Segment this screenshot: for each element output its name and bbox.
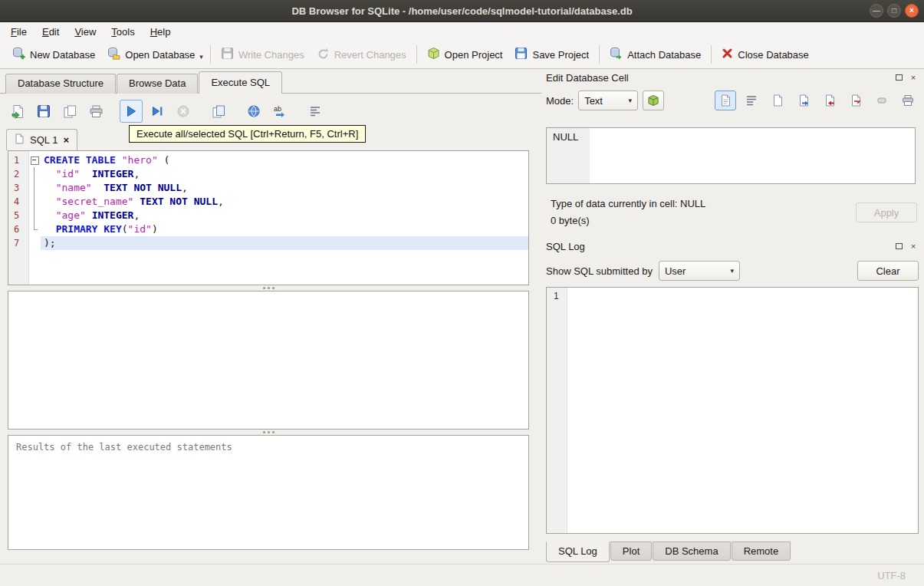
fold-margin: [28, 222, 41, 236]
line-number: 1: [8, 153, 28, 167]
tab-browse-data[interactable]: Browse Data: [117, 74, 198, 94]
code-line-2[interactable]: 2 "id" INTEGER,: [8, 167, 528, 181]
log-line-number: 1: [547, 290, 567, 303]
attach-database-button[interactable]: Attach Database: [603, 43, 707, 66]
cell-editor[interactable]: NULL: [546, 127, 916, 184]
status-bar: UTF-8: [0, 564, 924, 586]
sql-log-title: SQL Log: [546, 241, 889, 252]
toolbar-separator: [599, 45, 600, 64]
tooltip: Execute all/selected SQL [Ctrl+Return, F…: [129, 125, 366, 143]
export-cell-button[interactable]: [793, 91, 814, 110]
save-sql-as-button[interactable]: [58, 100, 81, 123]
results-message-area[interactable]: Results of the last executed statements: [8, 435, 529, 550]
sql-log-filter-value: User: [665, 265, 723, 277]
close-dock-icon[interactable]: ×: [908, 241, 919, 252]
close-database-button[interactable]: Close Database: [715, 44, 815, 65]
open-sql-file-button[interactable]: [6, 100, 29, 123]
fold-margin: [28, 209, 41, 222]
tab-remote[interactable]: Remote: [732, 542, 791, 561]
text-view-button[interactable]: [715, 91, 736, 110]
maximize-button[interactable]: □: [887, 4, 901, 18]
sql-log-area[interactable]: 1: [546, 287, 919, 534]
close-database-label: Close Database: [738, 49, 809, 61]
sql-log-filter-row: Show SQL submitted by User ▾ Clear: [546, 259, 919, 282]
toolbar-separator: [416, 45, 417, 64]
open-database-dropdown-icon[interactable]: ▾: [199, 47, 206, 62]
open-database-label: Open Database: [125, 49, 195, 61]
sql-editor-tab[interactable]: SQL 1 ×: [6, 129, 77, 150]
open-remote-button[interactable]: [242, 100, 265, 123]
close-tab-icon[interactable]: ×: [63, 134, 69, 146]
app-window: DB Browser for SQLite - /home/user/code/…: [0, 0, 924, 586]
cell-size-info: 0 byte(s): [551, 215, 590, 226]
menu-edit[interactable]: Edit: [35, 24, 67, 40]
save-project-button[interactable]: Save Project: [508, 43, 595, 66]
fold-toggle-icon[interactable]: [28, 153, 41, 167]
menu-tools[interactable]: Tools: [104, 24, 142, 40]
sql-tab-label: SQL 1: [30, 134, 58, 146]
import-cell-button[interactable]: [819, 91, 840, 110]
tab-execute-sql[interactable]: Execute SQL: [199, 71, 282, 94]
open-database-button[interactable]: Open Database: [101, 43, 201, 66]
word-wrap-button[interactable]: [741, 91, 762, 110]
close-dock-icon[interactable]: ×: [908, 72, 919, 83]
sql-log-filter-select[interactable]: User ▾: [659, 261, 740, 281]
svg-text:ab: ab: [274, 105, 281, 113]
menu-help[interactable]: Help: [143, 24, 179, 40]
format-sql-button[interactable]: [304, 100, 327, 123]
tab-sql-log[interactable]: SQL Log: [546, 542, 610, 562]
execute-line-button[interactable]: [146, 100, 169, 123]
log-line: 1: [547, 290, 918, 303]
splitter-handle[interactable]: [8, 285, 529, 291]
code-line-5[interactable]: 5 "age" INTEGER,: [8, 209, 528, 222]
copy-cell-button[interactable]: [767, 91, 788, 110]
save-cell-button[interactable]: [845, 91, 866, 110]
set-null-button[interactable]: [871, 91, 893, 110]
tab-plot[interactable]: Plot: [610, 542, 652, 561]
code-line-1[interactable]: 1CREATE TABLE "hero" (: [8, 153, 528, 167]
bottom-tab-bar: SQL Log Plot DB Schema Remote: [546, 542, 791, 562]
float-dock-icon[interactable]: [893, 241, 904, 252]
sql-file-icon: [15, 133, 25, 146]
sql-log-filter-label: Show SQL submitted by: [546, 265, 653, 277]
code-line-7[interactable]: 7);: [8, 236, 528, 250]
tab-db-schema[interactable]: DB Schema: [653, 542, 730, 561]
splitter-handle[interactable]: [8, 430, 529, 435]
close-window-button[interactable]: ×: [905, 4, 919, 18]
new-database-button[interactable]: New Database: [6, 43, 101, 66]
clear-log-button[interactable]: Clear: [857, 261, 919, 281]
code-line-3[interactable]: 3 "name" TEXT NOT NULL,: [8, 181, 528, 195]
print-cell-button[interactable]: [897, 91, 919, 110]
chevron-down-icon: ▾: [629, 97, 633, 104]
code-line-4[interactable]: 4 "secret_name" TEXT NOT NULL,: [8, 195, 528, 209]
results-grid[interactable]: [8, 291, 529, 430]
new-tab-button[interactable]: [207, 100, 230, 123]
find-replace-button[interactable]: ab: [268, 100, 291, 123]
sql-editor[interactable]: 1CREATE TABLE "hero" (2 "id" INTEGER,3 "…: [8, 150, 529, 285]
code-text: "age" INTEGER,: [41, 209, 528, 222]
cell-type-info: Type of data currently in cell: NULL: [551, 198, 705, 209]
execute-all-button[interactable]: [120, 100, 143, 123]
float-dock-icon[interactable]: [893, 72, 904, 83]
mode-select[interactable]: Text ▾: [578, 91, 638, 110]
title-bar[interactable]: DB Browser for SQLite - /home/user/code/…: [0, 0, 924, 22]
open-database-icon: [107, 47, 120, 62]
menu-view[interactable]: View: [67, 24, 104, 40]
auto-switch-mode-button[interactable]: [643, 91, 664, 110]
execute-sql-toolbar: ab: [6, 98, 327, 124]
code-line-6[interactable]: 6 PRIMARY KEY("id"): [8, 222, 528, 236]
line-number: 4: [8, 195, 28, 209]
left-pane: Database Structure Browse Data Execute S…: [0, 69, 541, 564]
toolbar-separator: [711, 45, 712, 64]
open-project-button[interactable]: Open Project: [421, 43, 509, 66]
menu-bar: File Edit View Tools Help: [0, 22, 924, 41]
minimize-button[interactable]: —: [870, 4, 883, 18]
main-toolbar: New Database Open Database ▾ Write Chang…: [0, 41, 924, 69]
print-sql-button[interactable]: [84, 100, 107, 123]
save-sql-file-button[interactable]: [32, 100, 55, 123]
main-tab-bar: Database Structure Browse Data Execute S…: [0, 71, 283, 94]
code-lines: 1CREATE TABLE "hero" (2 "id" INTEGER,3 "…: [8, 153, 528, 250]
tab-database-structure[interactable]: Database Structure: [5, 74, 116, 94]
new-database-icon: [12, 47, 25, 62]
menu-file[interactable]: File: [3, 24, 35, 40]
